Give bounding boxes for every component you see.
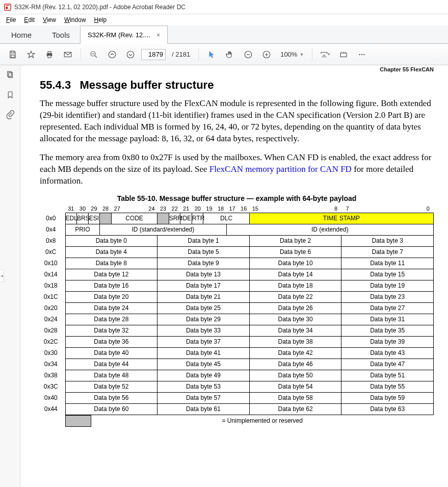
section-number: 55.4.3 bbox=[40, 79, 71, 91]
fit-width-icon[interactable]: ▼ bbox=[318, 47, 333, 62]
pdf-icon bbox=[4, 4, 11, 11]
table-row: 0x1CData byte 20Data byte 21Data byte 22… bbox=[40, 291, 434, 302]
table-row: 0x28Data byte 32Data byte 33Data byte 34… bbox=[40, 325, 434, 336]
timestamp-cell: TIME STAMP bbox=[249, 213, 433, 224]
chapter-header: Chapter 55 FlexCAN bbox=[40, 65, 434, 75]
table-row: 0xCData byte 4Data byte 5Data byte 6Data… bbox=[40, 246, 434, 258]
legend-text: = Unimplemented or reserved bbox=[91, 415, 434, 426]
zoom-out-icon[interactable] bbox=[86, 47, 101, 62]
zoom-level[interactable]: 100%▼ bbox=[277, 50, 307, 58]
toolbar: / 2181 100%▼ ▼ bbox=[0, 44, 448, 65]
svg-rect-17 bbox=[7, 71, 11, 76]
attachment-icon[interactable] bbox=[6, 110, 15, 121]
legend-row: = Unimplemented or reserved bbox=[40, 415, 434, 427]
table-row: 0x38Data byte 48Data byte 49Data byte 50… bbox=[40, 370, 434, 381]
page-down-icon[interactable] bbox=[123, 47, 138, 62]
bookmark-icon[interactable] bbox=[6, 90, 15, 101]
table-row: 0x2CData byte 36Data byte 37Data byte 38… bbox=[40, 336, 434, 347]
svg-point-14 bbox=[359, 54, 360, 55]
table-row: 0x3CData byte 52Data byte 53Data byte 54… bbox=[40, 381, 434, 392]
svg-rect-5 bbox=[48, 52, 51, 54]
tab-tools[interactable]: Tools bbox=[42, 27, 80, 43]
table-row: 0x24Data byte 28Data byte 29Data byte 30… bbox=[40, 314, 434, 325]
svg-rect-6 bbox=[48, 55, 51, 58]
svg-rect-1 bbox=[6, 7, 8, 9]
paragraph-1: The message buffer structure used by the… bbox=[40, 98, 434, 145]
table-row: 0x40Data byte 56Data byte 57Data byte 58… bbox=[40, 392, 434, 403]
cross-ref-link[interactable]: FlexCAN memory partition for CAN FD bbox=[209, 164, 352, 174]
save-icon[interactable] bbox=[5, 47, 20, 62]
tab-document-label: S32K-RM (Rev. 12.... bbox=[88, 31, 150, 39]
menu-help[interactable]: Help bbox=[91, 15, 110, 24]
document-page: Chapter 55 FlexCAN 55.4.3 Message buffer… bbox=[20, 65, 448, 487]
menu-window[interactable]: Window bbox=[61, 15, 89, 24]
paragraph-2: The memory area from 0x80 to 0x27F is us… bbox=[40, 152, 434, 187]
menu-file[interactable]: File bbox=[3, 15, 19, 24]
section-heading: 55.4.3 Message buffer structure bbox=[40, 79, 434, 92]
tab-home[interactable]: Home bbox=[1, 27, 42, 43]
tab-bar: Home Tools S32K-RM (Rev. 12.... × bbox=[0, 25, 448, 44]
table-row: 0x8Data byte 0Data byte 1Data byte 2Data… bbox=[40, 235, 434, 246]
thumbnails-icon[interactable] bbox=[6, 70, 15, 81]
table-row: 0x44Data byte 60Data byte 61Data byte 62… bbox=[40, 403, 434, 415]
reserved-swatch bbox=[65, 415, 91, 426]
svg-point-16 bbox=[364, 54, 365, 55]
message-buffer-table: 0x0 EDL BRS ESI CODE SRR IDE RTR DLC TIM… bbox=[40, 213, 434, 415]
reserved-cell bbox=[157, 213, 169, 224]
menu-bar: File Edit View Window Help bbox=[0, 14, 448, 25]
mail-icon[interactable] bbox=[60, 47, 75, 62]
menu-view[interactable]: View bbox=[40, 15, 59, 24]
table-row: 0x14Data byte 12Data byte 13Data byte 14… bbox=[40, 269, 434, 280]
pointer-icon[interactable] bbox=[204, 47, 219, 62]
more-icon[interactable] bbox=[354, 47, 370, 62]
menu-edit[interactable]: Edit bbox=[21, 15, 38, 24]
reserved-cell bbox=[100, 213, 112, 224]
zoom-minus-icon[interactable] bbox=[241, 47, 256, 62]
workspace: Chapter 55 FlexCAN 55.4.3 Message buffer… bbox=[0, 65, 448, 487]
svg-rect-18 bbox=[9, 73, 13, 78]
hand-icon[interactable] bbox=[222, 47, 238, 62]
svg-point-9 bbox=[109, 51, 116, 58]
page-up-icon[interactable] bbox=[104, 47, 120, 62]
zoom-plus-icon[interactable] bbox=[259, 47, 274, 62]
close-icon[interactable]: × bbox=[156, 31, 161, 39]
svg-rect-13 bbox=[340, 53, 347, 57]
svg-point-10 bbox=[127, 51, 134, 58]
sidebar bbox=[0, 65, 20, 487]
svg-rect-3 bbox=[11, 55, 14, 57]
svg-point-15 bbox=[361, 54, 362, 55]
table-row: 0x10Data byte 8Data byte 9Data byte 10Da… bbox=[40, 258, 434, 269]
read-mode-icon[interactable] bbox=[336, 47, 351, 62]
table-row: 0x34Data byte 44Data byte 45Data byte 46… bbox=[40, 358, 434, 370]
print-icon[interactable] bbox=[42, 47, 57, 62]
table-row: 0x18Data byte 16Data byte 17Data byte 18… bbox=[40, 280, 434, 291]
svg-rect-2 bbox=[11, 51, 14, 53]
table-row-id: 0x4 PRIO ID (standard/extended) ID (exte… bbox=[40, 224, 434, 235]
table-row: 0x20Data byte 24Data byte 25Data byte 26… bbox=[40, 302, 434, 314]
page-total: / 2181 bbox=[169, 50, 193, 58]
table-caption: Table 55-10. Message buffer structure — … bbox=[40, 194, 434, 202]
star-icon[interactable] bbox=[23, 47, 39, 62]
window-title: S32K-RM (Rev. 12.1, 02 2020).pdf - Adobe… bbox=[14, 4, 186, 11]
table-row: 0x30Data byte 40Data byte 41Data byte 42… bbox=[40, 347, 434, 358]
table-row-ctrl: 0x0 EDL BRS ESI CODE SRR IDE RTR DLC TIM… bbox=[40, 213, 434, 224]
bit-number-row: 313029282724232221201918171615870 bbox=[40, 204, 434, 213]
page-number-input[interactable] bbox=[141, 49, 166, 60]
tab-document[interactable]: S32K-RM (Rev. 12.... × bbox=[80, 25, 168, 44]
section-title: Message buffer structure bbox=[80, 79, 214, 91]
window-title-bar: S32K-RM (Rev. 12.1, 02 2020).pdf - Adobe… bbox=[0, 0, 448, 14]
